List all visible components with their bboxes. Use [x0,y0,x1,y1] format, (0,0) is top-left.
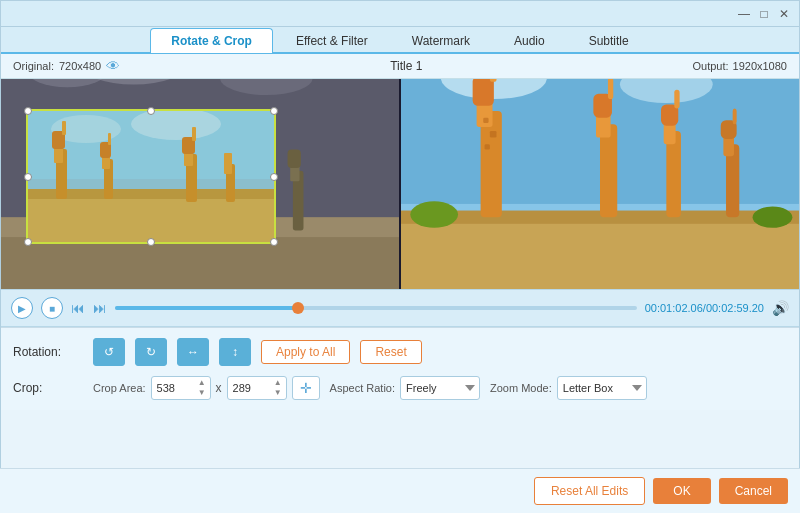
crop-width-down[interactable]: ▼ [195,387,209,397]
svg-text:↺: ↺ [104,345,114,359]
crop-height-up[interactable]: ▲ [271,377,285,387]
svg-rect-63 [674,90,679,109]
zoom-mode-group: Zoom Mode: Letter Box Pan & Scan Full [490,376,647,400]
crop-row: Crop: Crop Area: ▲ ▼ x ▲ ▼ ✛ Aspect Rat [13,376,787,400]
progress-thumb[interactable] [292,302,304,314]
tabs-bar: Rotate & Crop Effect & Filter Watermark … [1,27,799,54]
svg-rect-54 [490,131,497,138]
output-preview [401,79,799,289]
volume-icon[interactable]: 🔊 [772,300,789,316]
aspect-ratio-group: Aspect Ratio: Freely 16:9 4:3 1:1 [330,376,480,400]
playback-bar: ▶ ■ ⏮ ⏭ 00:01:02.06/00:02:59.20 🔊 [1,289,799,327]
close-button[interactable]: ✕ [777,7,791,21]
output-resolution: 1920x1080 [733,60,787,72]
zoom-mode-label: Zoom Mode: [490,382,552,394]
output-label: Output: [692,60,728,72]
crop-width-up[interactable]: ▲ [195,377,209,387]
crop-height-down[interactable]: ▼ [271,387,285,397]
tab-subtitle[interactable]: Subtitle [568,28,650,53]
crop-handle-mr[interactable] [270,173,278,181]
zoom-mode-select[interactable]: Letter Box Pan & Scan Full [557,376,647,400]
reset-all-edits-button[interactable]: Reset All Edits [534,477,645,505]
aspect-ratio-select[interactable]: Freely 16:9 4:3 1:1 [400,376,480,400]
svg-rect-51 [473,79,494,106]
progress-track[interactable] [115,306,637,310]
crop-width-wrap: ▲ ▼ [151,376,211,400]
svg-rect-56 [600,124,617,217]
minimize-button[interactable]: — [737,7,751,21]
preview-right [401,79,799,289]
tab-watermark[interactable]: Watermark [391,28,491,53]
time-display: 00:01:02.06/00:02:59.20 [645,302,764,314]
svg-point-48 [753,207,793,228]
crop-handle-br[interactable] [270,238,278,246]
progress-fill [115,306,298,310]
crop-x-separator: x [216,381,222,395]
ok-button[interactable]: OK [653,478,710,504]
bottom-bar: Reset All Edits OK Cancel [0,468,800,513]
svg-point-47 [410,201,458,228]
skip-back-button[interactable]: ⏮ [71,300,85,316]
apply-to-all-button[interactable]: Apply to All [261,340,350,364]
crop-label: Crop: [13,381,83,395]
video-title: Title 1 [390,59,422,73]
crop-height-wrap: ▲ ▼ [227,376,287,400]
crop-area-label: Crop Area: [93,382,146,394]
svg-rect-59 [608,79,613,99]
crop-height-spinners: ▲ ▼ [271,377,285,397]
flip-vertical-button[interactable]: ↕ [219,338,251,366]
crop-overlay[interactable] [26,109,276,244]
cancel-button[interactable]: Cancel [719,478,788,504]
svg-rect-53 [483,118,488,123]
svg-text:↔: ↔ [187,345,199,359]
crop-center-button[interactable]: ✛ [292,376,320,400]
svg-rect-45 [401,217,799,289]
svg-text:↕: ↕ [232,345,238,359]
preview-left [1,79,401,289]
rotation-reset-button[interactable]: Reset [360,340,421,364]
crop-handle-tc[interactable] [147,107,155,115]
tab-rotate-crop[interactable]: Rotate & Crop [150,28,273,53]
crop-handle-bl[interactable] [24,238,32,246]
svg-rect-55 [485,144,490,149]
tab-effect-filter[interactable]: Effect & Filter [275,28,389,53]
rotation-row: Rotation: ↺ ↻ ↔ ↕ Apply to All Reset [13,338,787,366]
svg-rect-67 [733,108,737,124]
maximize-button[interactable]: □ [757,7,771,21]
play-button[interactable]: ▶ [11,297,33,319]
svg-rect-20 [288,150,301,169]
rotation-label: Rotation: [13,345,83,359]
crop-width-spinners: ▲ ▼ [195,377,209,397]
original-preview [1,79,399,289]
rotate-ccw-button[interactable]: ↺ [93,338,125,366]
aspect-ratio-label: Aspect Ratio: [330,382,395,394]
svg-text:↻: ↻ [146,345,156,359]
crop-handle-tl[interactable] [24,107,32,115]
controls-area: Rotation: ↺ ↻ ↔ ↕ Apply to All Reset Cro… [1,327,799,410]
crop-handle-ml[interactable] [24,173,32,181]
preview-eye-icon[interactable]: 👁 [106,58,120,74]
title-bar: — □ ✕ [1,1,799,27]
tab-audio[interactable]: Audio [493,28,566,53]
crop-handle-bc[interactable] [147,238,155,246]
skip-forward-button[interactable]: ⏭ [93,300,107,316]
crop-area-group: Crop Area: ▲ ▼ x ▲ ▼ ✛ [93,376,320,400]
crop-handle-tr[interactable] [270,107,278,115]
window-controls: — □ ✕ [737,7,791,21]
stop-button[interactable]: ■ [41,297,63,319]
preview-area [1,79,799,289]
original-label: Original: [13,60,54,72]
flip-horizontal-button[interactable]: ↔ [177,338,209,366]
info-bar: Original: 720x480 👁 Title 1 Output: 1920… [1,54,799,79]
rotate-cw-button[interactable]: ↻ [135,338,167,366]
original-resolution: 720x480 [59,60,101,72]
